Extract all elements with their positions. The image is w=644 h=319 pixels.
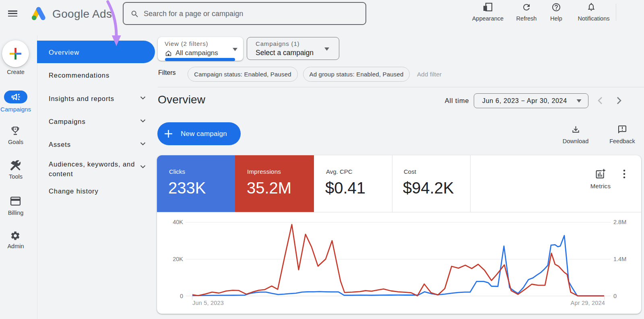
svg-text:0: 0 — [613, 293, 617, 299]
svg-text:1.4M: 1.4M — [613, 256, 626, 262]
svg-text:20K: 20K — [173, 256, 183, 262]
svg-text:0: 0 — [180, 293, 183, 299]
svg-text:40K: 40K — [173, 219, 183, 225]
svg-text:Jun 5, 2023: Jun 5, 2023 — [192, 300, 224, 306]
svg-text:Apr 29, 2024: Apr 29, 2024 — [571, 300, 605, 306]
svg-text:2.8M: 2.8M — [613, 219, 626, 225]
